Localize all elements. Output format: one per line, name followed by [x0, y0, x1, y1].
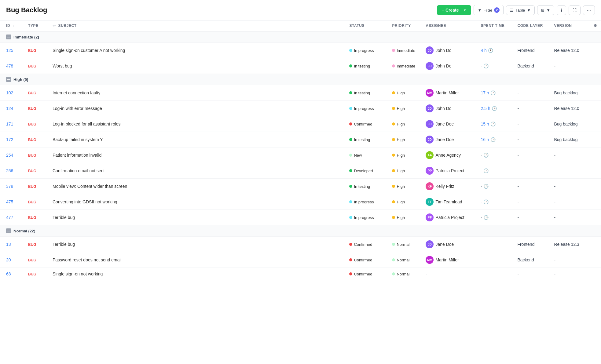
col-header-id[interactable]: ID ↑ [0, 20, 24, 31]
id-link[interactable]: 13 [6, 242, 11, 247]
cell-code-layer: - [514, 132, 550, 147]
type-badge: BUG [28, 169, 36, 173]
columns-icon: ⊞ [541, 8, 544, 13]
id-link[interactable]: 171 [6, 122, 13, 126]
cell-status: Confirmed [346, 252, 388, 268]
cell-type: BUG [24, 101, 49, 116]
id-link[interactable]: 475 [6, 199, 13, 204]
cell-type: BUG [24, 132, 49, 147]
filter-label: Filter [483, 8, 492, 13]
group-header-cell: — High (9) [0, 74, 601, 85]
status-badge: Confirmed [349, 258, 372, 262]
group-header-cell: — Immediate (2) [0, 31, 601, 43]
cell-actions [590, 85, 601, 101]
col-header-subject[interactable]: ⇔ SUBJECT [49, 20, 346, 31]
cell-assignee: JD Jane Doe [422, 237, 477, 252]
id-link[interactable]: 68 [6, 271, 11, 276]
priority-text: High [397, 200, 405, 204]
id-link[interactable]: 20 [6, 257, 11, 262]
avatar: MM [426, 256, 434, 264]
columns-button[interactable]: ⊞ ▼ [537, 5, 554, 15]
cell-id: 378 [0, 179, 24, 194]
status-text: In progress [354, 215, 374, 220]
cell-status: New [346, 147, 388, 163]
col-header-assignee[interactable]: ASSIGNEE [422, 20, 477, 31]
cell-priority: Normal [388, 252, 422, 268]
priority-badge: Normal [392, 272, 409, 276]
status-dot [349, 258, 352, 261]
id-link[interactable]: 172 [6, 137, 13, 142]
assignee-name: Martin Miller [435, 257, 459, 262]
collapse-icon: — [6, 228, 11, 233]
table-arrow-icon: ▼ [527, 8, 531, 13]
avatar: PP [426, 213, 434, 221]
info-button[interactable]: ℹ [557, 5, 566, 15]
clock-icon: 🕐 [483, 64, 489, 68]
cell-priority: High [388, 132, 422, 147]
cell-type: BUG [24, 268, 49, 280]
cell-actions [590, 101, 601, 116]
priority-text: High [397, 91, 405, 95]
version-text: - [554, 199, 555, 204]
group-toggle[interactable]: — High (9) [6, 77, 28, 82]
cell-status: In progress [346, 194, 388, 210]
priority-text: High [397, 153, 405, 158]
cell-spent-time: 17 h 🕐 [477, 85, 514, 101]
cell-id: 13 [0, 237, 24, 252]
status-badge: In progress [349, 200, 374, 204]
fullscreen-button[interactable]: ⛶ [569, 5, 581, 15]
version-text: Release 12.0 [554, 48, 579, 53]
create-arrow-icon: ▼ [461, 9, 467, 12]
id-link[interactable]: 477 [6, 215, 13, 220]
col-header-spent-time[interactable]: SPENT TIME [477, 20, 514, 31]
col-header-status[interactable]: STATUS [346, 20, 388, 31]
table-icon: ☰ [510, 8, 514, 13]
more-options-button[interactable]: ⋯ [583, 5, 595, 15]
cell-version: Bug backlog [550, 116, 590, 132]
group-header-row[interactable]: — Normal (22) [0, 225, 601, 237]
assignee-name: Patricia Project [435, 215, 464, 220]
col-header-priority[interactable]: PRIORITY [388, 20, 422, 31]
col-header-version[interactable]: VERSION [550, 20, 590, 31]
group-toggle[interactable]: — Immediate (2) [6, 35, 39, 39]
type-badge: BUG [28, 153, 36, 158]
priority-badge: High [392, 215, 405, 220]
table-view-button[interactable]: ☰ Table ▼ [506, 5, 535, 15]
cell-actions [590, 132, 601, 147]
cell-id: 478 [0, 58, 24, 74]
group-header-row[interactable]: — Immediate (2) [0, 31, 601, 43]
col-header-type[interactable]: TYPE [24, 20, 49, 31]
priority-badge: High [392, 184, 405, 189]
status-text: In testing [354, 64, 370, 68]
id-link[interactable]: 124 [6, 106, 13, 111]
assignee-name: Jane Doe [435, 137, 454, 142]
col-header-code-layer[interactable]: CODE LAYER [514, 20, 550, 31]
version-text: Bug backlog [554, 137, 577, 142]
status-badge: New [349, 153, 362, 158]
id-link[interactable]: 254 [6, 153, 13, 158]
id-link[interactable]: 125 [6, 48, 13, 53]
id-link[interactable]: 256 [6, 168, 13, 173]
id-link[interactable]: 478 [6, 64, 13, 68]
cell-actions [590, 210, 601, 225]
cell-priority: Normal [388, 268, 422, 280]
priority-badge: High [392, 153, 405, 158]
avatar: JD [426, 136, 434, 144]
col-header-settings[interactable]: ⚙ [590, 20, 601, 31]
cell-status: In progress [346, 43, 388, 58]
status-text: Confirmed [354, 258, 372, 262]
status-dot [349, 216, 352, 219]
group-header-row[interactable]: — High (9) [0, 74, 601, 85]
resize-icon: ⇔ [53, 24, 56, 28]
id-link[interactable]: 378 [6, 184, 13, 189]
group-toggle[interactable]: — Normal (22) [6, 228, 35, 233]
id-link[interactable]: 102 [6, 90, 13, 95]
cell-version: Release 12.3 [550, 237, 590, 252]
assignee-cell: JD Jane Doe [426, 120, 454, 128]
cell-subject: Converting into GDSII not working [49, 194, 346, 210]
cell-priority: High [388, 116, 422, 132]
create-button[interactable]: + Create ▼ [437, 5, 471, 15]
filter-button[interactable]: ▼ Filter 2 [474, 5, 504, 15]
priority-badge: High [392, 200, 405, 204]
group-name: High (9) [13, 77, 28, 82]
